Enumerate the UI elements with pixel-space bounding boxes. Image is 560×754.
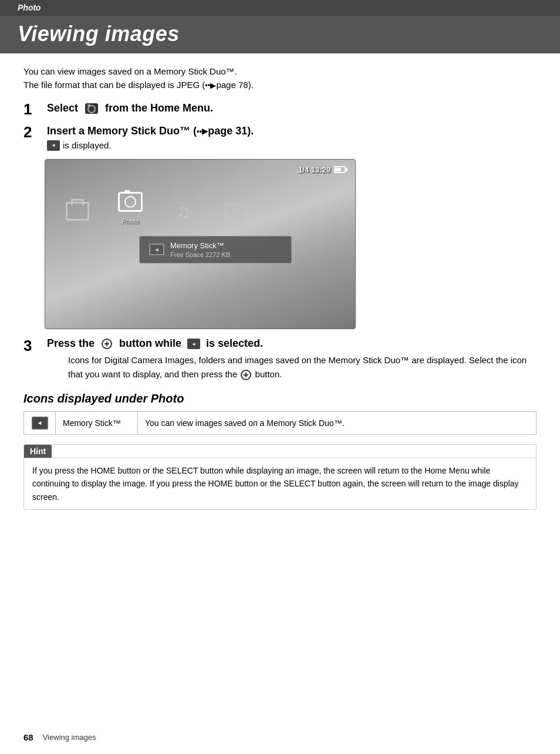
psp-ms-panel: Memory Stick™ Free Space 2272 KB (139, 236, 292, 263)
psp-battery-icon (334, 166, 346, 173)
psp-ms-icon (149, 244, 164, 255)
step-2-heading: Insert a Memory Stick Duo™ (••▶page 31). (47, 124, 537, 138)
psp-menu-item-briefcase (63, 198, 92, 225)
camera-icon (85, 103, 98, 114)
psp-menu-item-music: ♫ (168, 198, 198, 225)
intro-line2: The file format that can be displayed is… (23, 79, 537, 92)
content-area: You can view images saved on a Memory St… (0, 53, 560, 522)
psp-ms-name: Memory Stick™ (170, 241, 230, 250)
page-footer: 68 Viewing images (23, 732, 537, 742)
header-band: Photo (0, 0, 560, 16)
psp-menu-item-network: ⌂ (274, 198, 303, 225)
psp-ms-info: Memory Stick™ Free Space 2272 KB (170, 241, 230, 258)
psp-menu: Photo ♫ ⌂ (63, 189, 303, 225)
hint-body: If you press the HOME button or the SELE… (24, 458, 536, 509)
briefcase-shape (66, 202, 89, 221)
title-band: Viewing images (0, 16, 560, 53)
footer-page-label: Viewing images (43, 733, 96, 742)
psp-network-shape: ⌂ (284, 201, 294, 221)
step-3: 3 Press the button while ◄ is selected. … (23, 337, 537, 381)
psp-video-shape (224, 203, 248, 219)
step-1-content: Select from the Home Menu. (47, 101, 537, 116)
footer-page-number: 68 (23, 732, 33, 742)
table-cell-desc: You can view images saved on a Memory St… (138, 411, 537, 434)
psp-music-icon: ♫ (168, 198, 198, 225)
ms-icon-small: ◄ (47, 140, 60, 151)
step-3-body: Icons for Digital Camera Images, folders… (68, 353, 537, 381)
psp-menu-item-video (221, 198, 251, 225)
step-2-sub: ◄ is displayed. (47, 140, 537, 151)
briefcase-icon (63, 198, 92, 225)
icons-table: ◄ Memory Stick™ You can view images save… (23, 411, 537, 435)
table-name-text: Memory Stick™ (63, 418, 121, 428)
cross-button-icon (102, 339, 112, 349)
page-title: Viewing images (18, 22, 180, 46)
step-2-sub-text: is displayed. (63, 140, 112, 150)
psp-network-icon: ⌂ (274, 198, 303, 225)
psp-ms-freespace: Free Space 2272 KB (170, 251, 230, 258)
psp-ms-row: Memory Stick™ Free Space 2272 KB (149, 241, 282, 258)
table-row: ◄ Memory Stick™ You can view images save… (24, 411, 537, 434)
psp-battery-fill (335, 168, 341, 171)
hint-header: Hint (24, 445, 52, 458)
psp-time: 1/4 13:29 (298, 165, 330, 174)
psp-screenshot: 1/4 13:29 Photo (45, 159, 356, 329)
step-2-content: Insert a Memory Stick Duo™ (••▶page 31).… (47, 124, 537, 151)
psp-music-note: ♫ (176, 200, 191, 223)
psp-camera-icon (116, 189, 145, 215)
step-3-content: Press the button while ◄ is selected. Ic… (47, 337, 537, 381)
intro-line1: You can view images saved on a Memory St… (23, 65, 537, 79)
table-cell-icon: ◄ (24, 411, 56, 434)
step-3-number: 3 (23, 337, 45, 354)
page-container: Photo Viewing images You can view images… (0, 0, 560, 754)
step-1: 1 Select from the Home Menu. (23, 101, 537, 118)
step-1-heading: Select from the Home Menu. (47, 101, 537, 116)
table-desc-text: You can view images saved on a Memory St… (145, 418, 345, 428)
step-3-heading: Press the button while ◄ is selected. (47, 337, 537, 350)
psp-top-bar: 1/4 13:29 (298, 165, 346, 174)
icons-section-heading: Icons displayed under Photo (23, 392, 537, 405)
table-cell-name: Memory Stick™ (56, 411, 138, 434)
ms-icon-step3: ◄ (187, 339, 200, 349)
hint-box: Hint If you press the HOME button or the… (23, 444, 537, 510)
table-ms-icon: ◄ (32, 417, 48, 430)
step-2-number: 2 (23, 124, 45, 141)
intro-text: You can view images saved on a Memory St… (23, 65, 537, 92)
header-photo-label: Photo (18, 3, 41, 12)
cross-button-icon-2 (241, 370, 251, 380)
step-2: 2 Insert a Memory Stick Duo™ (••▶page 31… (23, 124, 537, 151)
step-1-number: 1 (23, 101, 45, 118)
psp-menu-item-photo: Photo (116, 189, 145, 225)
psp-menu-label-photo: Photo (122, 218, 139, 225)
psp-camera-shape (118, 192, 143, 212)
psp-video-icon (221, 198, 251, 225)
